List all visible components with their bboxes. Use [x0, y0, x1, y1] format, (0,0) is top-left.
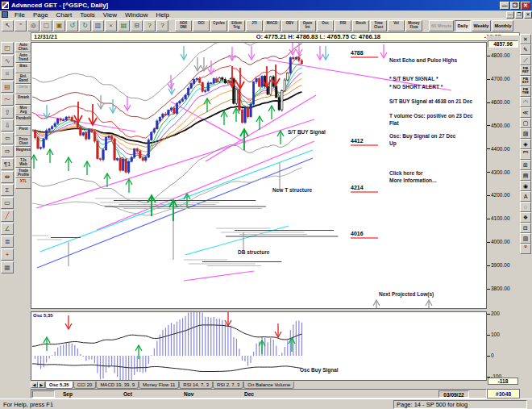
- left-study-bias[interactable]: Bias: [15, 63, 31, 73]
- timeframe-weekly[interactable]: Weekly: [472, 20, 492, 31]
- tab-on-balance-volume[interactable]: On Balance Volume: [243, 382, 294, 389]
- arrow-left-icon[interactable]: ⇦: [1, 132, 14, 144]
- minimize-button[interactable]: —: [500, 2, 509, 10]
- page-setup-icon[interactable]: ▦: [1, 261, 14, 273]
- menu-file[interactable]: File: [10, 11, 29, 19]
- study-button-elliott-trig[interactable]: Elliott Trig: [228, 20, 245, 31]
- grid2-icon[interactable]: ⊟: [520, 223, 531, 233]
- left-study-price-clust[interactable]: Price Clust: [15, 136, 31, 147]
- print-icon[interactable]: ⊟: [131, 20, 143, 31]
- study-button-money-flow[interactable]: Money Flow: [405, 20, 422, 31]
- gann-fan-icon[interactable]: ◠: [520, 97, 531, 107]
- rectangle-icon[interactable]: ▭: [1, 197, 14, 209]
- crosshair-icon[interactable]: +: [1, 248, 14, 261]
- study-button-osc[interactable]: Osc: [317, 20, 334, 31]
- paste-icon[interactable]: ▤: [118, 20, 130, 31]
- left-study-auto-chan-[interactable]: Auto Chan.: [15, 42, 31, 52]
- study-button-cycles[interactable]: Cycles: [210, 20, 227, 31]
- chart-zoom-icon[interactable]: ◉: [520, 181, 531, 191]
- paint-icon[interactable]: ❖: [520, 212, 531, 223]
- ruler-icon[interactable]: ▤: [1, 81, 14, 93]
- child-minimize-button[interactable]: —: [506, 11, 514, 19]
- fib-time-icon[interactable]: ≣: [1, 236, 14, 248]
- price-chart[interactable]: [31, 42, 487, 309]
- quick-study-icon[interactable]: ⌗: [1, 68, 14, 80]
- pencil-icon[interactable]: ✎: [520, 44, 531, 55]
- tab-cci-20[interactable]: CCI 20: [73, 382, 97, 389]
- new-page-icon[interactable]: ▢: [40, 20, 52, 31]
- tab-scroll-right[interactable]: ▶: [38, 382, 45, 388]
- menu-tools[interactable]: Tools: [76, 11, 99, 19]
- left-study-parabolic[interactable]: Parabolic: [15, 115, 31, 126]
- left-study-regression[interactable]: Regression: [15, 147, 31, 157]
- restore-button[interactable]: ❐: [510, 2, 520, 10]
- quote-page-icon[interactable]: ”: [15, 20, 27, 31]
- close-study-icon[interactable]: ✕: [520, 34, 531, 44]
- study-button-time-clust[interactable]: Time Clust: [370, 20, 387, 31]
- gann-icon[interactable]: ∠: [1, 223, 14, 235]
- study-button-macd[interactable]: MACD: [264, 20, 281, 31]
- mob-icon[interactable]: ▨: [520, 128, 531, 139]
- diamond-icon[interactable]: ◈: [520, 139, 531, 149]
- next-chart-icon[interactable]: ↻: [79, 20, 91, 31]
- title-bar[interactable]: Advanced GET - [^GSPC, Daily] — ❐ ✕: [0, 0, 532, 10]
- study-button-adx-dmi[interactable]: ADX DMI: [175, 20, 192, 31]
- study-button-obv[interactable]: OBV: [281, 20, 298, 31]
- profile-icon[interactable]: ▤: [520, 170, 531, 181]
- left-study-xtl[interactable]: XTL: [15, 178, 31, 189]
- timeframe-monthly[interactable]: Monthly: [492, 20, 513, 31]
- oscillator-panel[interactable]: Osc 5,35: [31, 311, 487, 381]
- menu-chart[interactable]: Chart: [52, 11, 77, 19]
- trendline-icon[interactable]: ⟋: [520, 55, 531, 65]
- study-button-rsi[interactable]: RSI: [335, 20, 351, 31]
- price-axis[interactable]: 4857.96 4800.004700.004600.004500.004400…: [487, 35, 520, 399]
- tab-macd-19-39-9[interactable]: MACD 19, 39, 9: [96, 382, 139, 389]
- tab-rsi-14-7-3[interactable]: RSI 14, 7, 3: [179, 382, 213, 389]
- open-chart-icon[interactable]: ◰: [1, 42, 14, 54]
- menu-window[interactable]: Window: [121, 11, 152, 19]
- study-button-jti[interactable]: JTI: [246, 20, 263, 31]
- left-study-trade-profile[interactable]: Trade Profile: [15, 168, 31, 178]
- magnifier-icon[interactable]: ◌: [520, 202, 531, 212]
- timeframe-daily[interactable]: Daily: [455, 20, 470, 31]
- tab-scroll-left[interactable]: ◀: [31, 382, 38, 388]
- lines-icon[interactable]: ╱: [1, 210, 14, 222]
- tab-money-flow-11[interactable]: Money Flow 11: [139, 382, 179, 389]
- expand-icon[interactable]: ⇹: [1, 171, 14, 183]
- prev-chart-icon[interactable]: ↺: [66, 20, 78, 31]
- fib-retrace-icon[interactable]: FIB RET: [520, 65, 531, 76]
- timeframe-60-minute[interactable]: 60 Minute: [429, 20, 454, 31]
- left-study-pivot[interactable]: Pivot: [15, 126, 31, 136]
- tab-osc-5-35[interactable]: Osc 5,35: [45, 382, 73, 389]
- child-close-button[interactable]: ✕: [524, 11, 532, 19]
- u-study-icon[interactable]: U: [520, 244, 531, 254]
- left-study-tjs-web[interactable]: TJs Web: [15, 157, 31, 168]
- menu-page[interactable]: Page: [29, 11, 52, 19]
- context-help-icon[interactable]: ?: [156, 20, 168, 31]
- left-study-bol-band[interactable]: Bol. Band: [15, 73, 31, 84]
- arrow-right-icon[interactable]: ⇨: [1, 145, 14, 157]
- fan-lines-icon[interactable]: ≪: [520, 107, 531, 118]
- pti-icon[interactable]: PTI: [520, 149, 531, 160]
- close-button[interactable]: ✕: [521, 2, 530, 10]
- copy-icon[interactable]: ▥: [92, 20, 104, 31]
- menu-view[interactable]: View: [99, 11, 121, 19]
- pages-icon[interactable]: ▥: [520, 233, 531, 244]
- study-button-open-int[interactable]: Open Int: [299, 20, 316, 31]
- tab-rsi-2-7-3[interactable]: RSI 2, 7, 3: [213, 382, 243, 389]
- left-study-dmark[interactable]: Dmark: [15, 94, 31, 105]
- left-study-delta[interactable]: Delta: [15, 84, 31, 94]
- arrow-down-icon[interactable]: ⇩: [1, 119, 14, 131]
- delete-icon[interactable]: ×: [105, 20, 117, 31]
- child-restore-button[interactable]: ❐: [515, 11, 523, 19]
- zoom-icon[interactable]: ◎: [27, 20, 39, 31]
- rectangle-icon[interactable]: ▢: [520, 118, 531, 128]
- study-button-vol[interactable]: Vol: [388, 20, 405, 31]
- left-study-auto-trend[interactable]: Auto Trend: [15, 52, 31, 63]
- study-button-stoch[interactable]: Stoch: [352, 20, 369, 31]
- study-button-oci[interactable]: OCI: [193, 20, 210, 31]
- paragraph-icon[interactable]: ¶1: [1, 158, 14, 170]
- wave-tool-icon[interactable]: ∿: [1, 55, 14, 67]
- arrow-up-icon[interactable]: ⇧: [1, 106, 14, 119]
- elliott-icon[interactable]: 〜: [1, 94, 14, 106]
